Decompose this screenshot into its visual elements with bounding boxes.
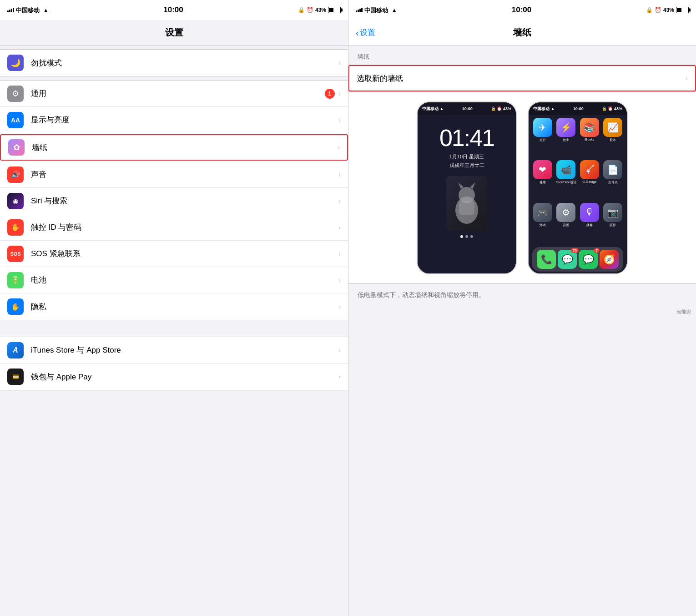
settings-item-display[interactable]: AA 显示与亮度 ›: [0, 107, 348, 133]
right-panel: 中国移动 ▲ 10:00 🔒 ⏰ 43% ‹ 设置 墙纸 墙纸 选取新的墙纸 ›: [348, 0, 696, 616]
settings-item-wallpaper[interactable]: ✿ 墙纸 ›: [0, 134, 348, 161]
svg-marker-2: [458, 182, 464, 189]
page-title-left: 设置: [165, 26, 183, 39]
lock-icon-left: 🔒: [298, 7, 305, 13]
wallpaper-icon: ✿: [8, 139, 25, 156]
chevron-icon: ›: [338, 223, 341, 232]
chevron-icon: ›: [338, 303, 341, 311]
lock-time: 10:00: [462, 106, 473, 111]
select-wallpaper-group: 选取新的墙纸 ›: [348, 65, 696, 92]
settings-item-privacy[interactable]: ✋ 隐私 ›: [0, 293, 348, 320]
chevron-icon: ›: [338, 90, 341, 98]
display-label: 显示与亮度: [31, 115, 338, 125]
siri-label: Siri 与搜索: [31, 196, 338, 206]
privacy-icon: ✋: [7, 298, 24, 315]
do-not-disturb-label: 勿扰模式: [31, 58, 338, 68]
settings-item-sos[interactable]: SOS SOS 紧急联系 ›: [0, 241, 348, 267]
lock-wallpaper-cat: [446, 176, 487, 231]
touch-id-icon: ✋: [7, 219, 24, 236]
settings-group-1: 🌙 勿扰模式 ›: [0, 49, 348, 76]
siri-icon: ◉: [7, 193, 24, 209]
home-icon-grid: ✈旅行 ⚡效率 📚iBooks 📈股市 ❤健康 📹FaceTime通话 🎸G-G…: [529, 115, 627, 245]
display-icon: AA: [7, 112, 24, 128]
wifi-icon-left: ▲: [43, 7, 49, 14]
sos-icon: SOS: [7, 246, 24, 262]
settings-item-touch-id[interactable]: ✋ 触控 ID 与密码 ›: [0, 214, 348, 241]
chevron-icon: ›: [338, 143, 340, 151]
time-left: 10:00: [163, 5, 183, 15]
signal-icon-left: [7, 6, 14, 12]
chevron-icon: ›: [338, 197, 341, 205]
lock-carrier: 中国移动 ▲: [422, 106, 444, 112]
page-dots: [460, 235, 473, 238]
time-right: 10:00: [512, 5, 531, 15]
svg-point-1: [459, 187, 475, 203]
status-bar-left: 中国移动 ▲ 10:00 🔒 ⏰ 43%: [0, 0, 348, 20]
lock-icon-right: 🔒: [646, 7, 653, 13]
chevron-icon: ›: [338, 116, 341, 124]
do-not-disturb-icon: 🌙: [7, 55, 24, 71]
settings-item-general[interactable]: ⚙ 通用 1 ›: [0, 81, 348, 107]
lock-icons: 🔒 ⏰ 43%: [491, 106, 511, 111]
wallpaper-section-label: 墙纸: [348, 45, 696, 65]
svg-rect-4: [459, 201, 474, 215]
status-bar-right: 中国移动 ▲ 10:00 🔒 ⏰ 43%: [348, 0, 696, 20]
battery-label: 电池: [31, 275, 338, 285]
status-icons-right: 🔒 ⏰ 43%: [646, 7, 689, 13]
lock-screen-preview[interactable]: 中国移动 ▲ 10:00 🔒 ⏰ 43% 01:41 1月10日 星期三 戊戌年…: [417, 101, 517, 274]
carrier-right: 中国移动 ▲: [356, 6, 397, 15]
wechat-icon: 💬 7: [579, 250, 598, 269]
sos-label: SOS 紧急联系: [31, 248, 338, 259]
chevron-icon: ›: [338, 373, 341, 381]
battery-icon-right: [676, 7, 689, 13]
svg-marker-3: [470, 182, 475, 189]
lock-date2: 戊戌年三月廿二: [449, 162, 484, 169]
settings-item-wallet[interactable]: 💳 钱包与 Apple Pay ›: [0, 364, 348, 390]
status-icons-left: 🔒 ⏰ 43%: [298, 7, 341, 13]
settings-group-2: ⚙ 通用 1 › AA 显示与亮度 › ✿ 墙纸 › 🔊 声音 › ◉ Siri…: [0, 80, 348, 320]
chevron-icon: ›: [338, 250, 341, 258]
signal-icon-right: [356, 6, 363, 12]
footnote: 低电量模式下，动态墙纸和视角缩放将停用。: [348, 284, 696, 307]
settings-item-do-not-disturb[interactable]: 🌙 勿扰模式 ›: [0, 50, 348, 76]
chevron-icon: ›: [338, 171, 341, 179]
wallet-label: 钱包与 Apple Pay: [31, 372, 338, 382]
settings-group-3: A iTunes Store 与 App Store › 💳 钱包与 Apple…: [0, 337, 348, 390]
home-screen-preview[interactable]: 中国移动 ▲ 10:00 🔒 ⏰ 43% ✈旅行 ⚡效率 📚iBooks 📈股市…: [528, 101, 628, 274]
nav-bar-left: 设置: [0, 20, 348, 45]
wallpaper-previews: 中国移动 ▲ 10:00 🔒 ⏰ 43% 01:41 1月10日 星期三 戊戌年…: [348, 92, 696, 284]
alarm-icon-right: ⏰: [655, 7, 661, 13]
lock-clock: 01:41: [439, 124, 494, 151]
dock: 📞 💬 70 💬 7 🧭: [532, 247, 623, 272]
settings-item-itunes[interactable]: A iTunes Store 与 App Store ›: [0, 337, 348, 364]
messages-icon: 💬 70: [558, 250, 577, 269]
settings-item-sounds[interactable]: 🔊 声音 ›: [0, 162, 348, 188]
select-wallpaper-chevron: ›: [686, 74, 688, 82]
itunes-icon: A: [7, 342, 24, 358]
general-label: 通用: [31, 88, 325, 99]
settings-item-siri[interactable]: ◉ Siri 与搜索 ›: [0, 188, 348, 214]
home-time: 10:00: [573, 106, 584, 111]
privacy-label: 隐私: [31, 302, 338, 312]
touch-id-label: 触控 ID 与密码: [31, 222, 338, 232]
battery-icon: 🔋: [7, 272, 24, 288]
wifi-icon-right: ▲: [391, 7, 397, 14]
left-panel: 中国移动 ▲ 10:00 🔒 ⏰ 43% 设置 🌙 勿扰模式 › ⚙: [0, 0, 348, 616]
phone-icon: 📞: [537, 250, 556, 269]
watermark: 智能家: [348, 307, 696, 317]
settings-item-battery[interactable]: 🔋 电池 ›: [0, 267, 348, 293]
alarm-icon-left: ⏰: [307, 7, 313, 13]
wallet-icon: 💳: [7, 369, 24, 385]
carrier-left: 中国移动 ▲: [7, 6, 49, 15]
sounds-icon: 🔊: [7, 167, 24, 183]
sounds-label: 声音: [31, 169, 338, 180]
general-icon: ⚙: [7, 86, 24, 102]
page-title-right: 墙纸: [513, 26, 531, 39]
general-badge: 1: [325, 89, 335, 99]
back-chevron-icon: ‹: [356, 28, 359, 37]
back-button[interactable]: ‹ 设置: [356, 27, 375, 38]
safari-icon: 🧭: [600, 250, 619, 269]
select-wallpaper-label: 选取新的墙纸: [357, 73, 686, 84]
chevron-icon: ›: [338, 276, 341, 284]
select-wallpaper-row[interactable]: 选取新的墙纸 ›: [348, 65, 696, 91]
